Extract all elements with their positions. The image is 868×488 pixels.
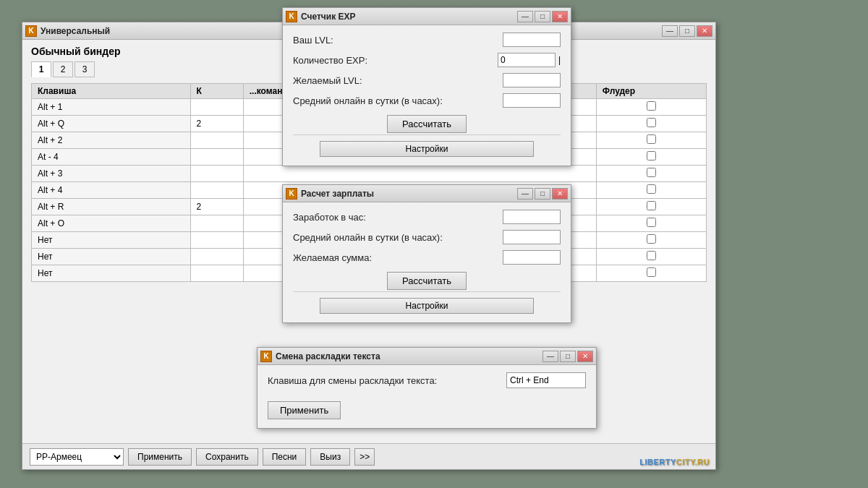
- exp-lvl-input[interactable]: [503, 33, 561, 47]
- exp-lvl-label: Ваш LVL:: [293, 35, 503, 46]
- cmd-full-cell[interactable]: [243, 166, 596, 182]
- flood-checkbox[interactable]: [647, 184, 656, 194]
- main-icon: [25, 25, 37, 37]
- key-cell: Нет: [32, 249, 191, 265]
- key-cell: Alt + Q: [32, 116, 191, 132]
- layout-controls: — □ ✕: [542, 351, 593, 362]
- flood-cell[interactable]: [596, 199, 706, 215]
- exp-pipe: |: [558, 55, 561, 65]
- flood-cell[interactable]: [596, 99, 706, 116]
- flood-cell[interactable]: [596, 265, 706, 282]
- flood-cell[interactable]: [596, 215, 706, 232]
- exp-controls: — □ ✕: [517, 11, 568, 22]
- salary-settings-btn[interactable]: Настройки: [320, 298, 534, 314]
- main-maximize-btn[interactable]: □: [679, 25, 695, 37]
- flood-checkbox[interactable]: [647, 218, 656, 227]
- exp-online-input[interactable]: [503, 93, 561, 108]
- flood-checkbox[interactable]: [647, 201, 656, 210]
- layout-content: Клавиша для смены раскладки текста: Прим…: [258, 365, 596, 428]
- layout-titlebar[interactable]: Смена раскладки текста — □ ✕: [258, 348, 596, 365]
- col-flood: Флудер: [596, 84, 706, 99]
- profile-select[interactable]: РP-Армеец: [30, 448, 124, 466]
- cmd-input[interactable]: [250, 168, 590, 179]
- salary-online-input[interactable]: [503, 230, 561, 244]
- layout-maximize-btn[interactable]: □: [560, 351, 576, 362]
- exp-minimize-btn[interactable]: —: [517, 11, 533, 22]
- salary-close-btn[interactable]: ✕: [552, 188, 568, 200]
- exp-desired-label: Желаемый LVL:: [293, 75, 503, 86]
- cmd-short-cell: [190, 182, 243, 199]
- col-key: Клавиша: [32, 84, 191, 99]
- apply-profile-btn[interactable]: Применить: [128, 448, 192, 466]
- tab-1[interactable]: 1: [31, 61, 51, 77]
- flood-cell[interactable]: [596, 116, 706, 132]
- main-minimize-btn[interactable]: —: [662, 25, 678, 37]
- layout-close-btn[interactable]: ✕: [577, 351, 593, 362]
- dialog-layout: Смена раскладки текста — □ ✕ Клавиша для…: [257, 347, 597, 429]
- exp-online-row: Средний онлайн в сутки (в часах):: [293, 93, 561, 108]
- save-btn[interactable]: Сохранить: [196, 448, 258, 466]
- exp-calc-btn[interactable]: Рассчитать: [387, 115, 467, 133]
- layout-key-label: Клавиша для смены раскладки текста:: [268, 375, 506, 386]
- layout-minimize-btn[interactable]: —: [542, 351, 558, 362]
- salary-desired-row: Желаемая сумма:: [293, 250, 561, 265]
- songs-btn[interactable]: Песни: [263, 448, 307, 466]
- exp-desired-input[interactable]: [503, 73, 561, 87]
- salary-hourly-row: Заработок в час:: [293, 210, 561, 224]
- flood-cell[interactable]: [596, 166, 706, 182]
- cmd-short-cell: [190, 132, 243, 149]
- flood-checkbox[interactable]: [647, 168, 656, 177]
- key-cell: Alt + O: [32, 215, 191, 232]
- salary-maximize-btn[interactable]: □: [535, 188, 550, 200]
- tab-2[interactable]: 2: [53, 61, 73, 77]
- exp-count-input[interactable]: [498, 53, 556, 67]
- layout-apply-btn[interactable]: Применить: [268, 401, 341, 419]
- salary-icon: [286, 188, 297, 200]
- flood-checkbox[interactable]: [647, 118, 656, 127]
- cmd-short-cell: [190, 232, 243, 249]
- salary-titlebar[interactable]: Расчет зарплаты — □ ✕: [283, 185, 571, 202]
- flood-checkbox[interactable]: [647, 101, 656, 111]
- exp-titlebar[interactable]: Счетчик EXP — □ ✕: [283, 8, 571, 25]
- exp-desired-row: Желаемый LVL:: [293, 73, 561, 87]
- cmd-short-cell: [190, 249, 243, 265]
- flood-cell[interactable]: [596, 182, 706, 199]
- salary-hourly-input[interactable]: [503, 210, 561, 224]
- flood-checkbox[interactable]: [647, 267, 656, 277]
- salary-minimize-btn[interactable]: —: [517, 188, 533, 200]
- key-cell: Alt + R: [32, 199, 191, 215]
- exp-close-btn[interactable]: ✕: [552, 11, 568, 22]
- flood-cell[interactable]: [596, 232, 706, 249]
- exit-btn[interactable]: Выиз: [310, 448, 350, 466]
- cmd-short-cell: [190, 149, 243, 166]
- flood-cell[interactable]: [596, 249, 706, 265]
- salary-hourly-label: Заработок в час:: [293, 212, 503, 223]
- exp-lvl-row: Ваш LVL:: [293, 33, 561, 47]
- cmd-short-cell: [190, 166, 243, 182]
- flood-checkbox[interactable]: [647, 134, 656, 144]
- flood-checkbox[interactable]: [647, 251, 656, 260]
- salary-desired-input[interactable]: [503, 250, 561, 265]
- key-cell: Alt + 1: [32, 99, 191, 116]
- cmd-short-cell: [190, 215, 243, 232]
- table-row: Alt + 3: [32, 166, 707, 182]
- exp-icon: [286, 11, 297, 22]
- exp-online-label: Средний онлайн в сутки (в часах):: [293, 95, 503, 106]
- flood-cell[interactable]: [596, 149, 706, 166]
- salary-calc-btn[interactable]: Рассчитать: [387, 272, 467, 290]
- flood-cell[interactable]: [596, 132, 706, 149]
- cmd-short-cell: [190, 265, 243, 282]
- exp-maximize-btn[interactable]: □: [535, 11, 550, 22]
- main-close-btn[interactable]: ✕: [697, 25, 712, 37]
- layout-key-input[interactable]: [506, 372, 586, 388]
- flood-checkbox[interactable]: [647, 234, 656, 244]
- exp-settings-btn[interactable]: Настройки: [320, 141, 534, 157]
- salary-content: Заработок в час: Средний онлайн в сутки …: [283, 202, 571, 322]
- cmd-short-cell: 2: [190, 199, 243, 215]
- more-btn[interactable]: >>: [354, 448, 375, 466]
- tab-3[interactable]: 3: [75, 61, 95, 77]
- flood-checkbox[interactable]: [647, 151, 656, 160]
- key-cell: Нет: [32, 232, 191, 249]
- key-cell: Нет: [32, 265, 191, 282]
- salary-online-row: Средний онлайн в сутки (в часах):: [293, 230, 561, 244]
